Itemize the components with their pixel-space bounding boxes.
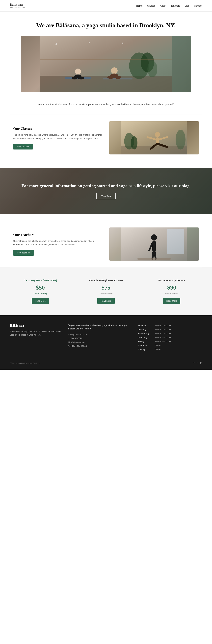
footer-hours-day: Saturday bbox=[138, 344, 155, 348]
footer-hours-row: Monday9:00 am – 5:00 pm bbox=[138, 324, 202, 328]
pricing-card-1: Discovery Pass (Best Value) $50 3 weeks … bbox=[10, 276, 71, 307]
view-classes-button[interactable]: View Classes bbox=[13, 144, 33, 150]
intro-section: In our beautiful studio, learn from our … bbox=[0, 100, 212, 115]
nav-item-classes[interactable]: Classes bbox=[147, 4, 156, 7]
footer-contact-heading: Do you have questions about our yoga stu… bbox=[68, 324, 132, 330]
pricing-button-1[interactable]: Read More bbox=[32, 298, 49, 304]
footer-about: Founded in 2015 by Joan Smith, Bālāsana,… bbox=[10, 330, 61, 336]
nav-item-blog[interactable]: Blog bbox=[185, 4, 190, 7]
svg-point-24 bbox=[155, 132, 160, 137]
pricing-price-3: $90 bbox=[144, 284, 199, 291]
classes-section: Our Classes The studio runs daily classe… bbox=[0, 115, 212, 161]
footer-hours-time: 9:00 am – 5:00 pm bbox=[155, 332, 171, 335]
svg-point-32 bbox=[151, 234, 157, 240]
footer-logo: Bālāsana bbox=[10, 324, 61, 328]
pricing-button-2[interactable]: Read More bbox=[98, 298, 114, 304]
footer-hours-day: Sunday bbox=[138, 348, 155, 352]
blog-section: For more general information on getting … bbox=[0, 168, 212, 214]
social-icons: f t ◎ bbox=[194, 362, 202, 365]
divider-2 bbox=[10, 161, 202, 161]
svg-point-4 bbox=[148, 61, 157, 77]
classes-content: Our Classes The studio runs daily classe… bbox=[13, 126, 103, 150]
pricing-section: Discovery Pass (Best Value) $50 3 weeks … bbox=[0, 267, 212, 316]
view-teachers-button[interactable]: View Teachers bbox=[13, 250, 34, 256]
footer-hours-day: Thursday bbox=[138, 336, 155, 340]
nav-link-blog[interactable]: Blog bbox=[185, 4, 190, 7]
footer-hours-day: Wednesday bbox=[138, 332, 155, 336]
logo-tagline: Yoga, Pilates, Barre bbox=[10, 6, 24, 8]
footer-email[interactable]: email@domain.com bbox=[68, 332, 132, 336]
svg-point-7 bbox=[75, 68, 81, 74]
svg-line-35 bbox=[152, 252, 153, 259]
footer-hours-row: SundayClosed bbox=[138, 348, 202, 352]
svg-line-36 bbox=[155, 252, 156, 259]
twitter-icon[interactable]: t bbox=[197, 362, 198, 365]
footer-hours: Monday9:00 am – 5:00 pmTuesday9:00 am – … bbox=[138, 324, 202, 352]
footer-hours-day: Friday bbox=[138, 340, 155, 344]
teachers-content: Our Teachers Our instructors are all dif… bbox=[13, 232, 103, 256]
teachers-image bbox=[109, 228, 199, 260]
svg-rect-33 bbox=[152, 240, 156, 252]
nav-item-home[interactable]: Home bbox=[136, 4, 142, 7]
nav-link-contact[interactable]: Contact bbox=[194, 4, 202, 7]
svg-rect-25 bbox=[156, 137, 159, 144]
footer-hours-day: Monday bbox=[138, 324, 155, 328]
svg-point-22 bbox=[131, 136, 138, 150]
pricing-price-1: $50 bbox=[13, 284, 68, 291]
hero-section: We are Bālāsana, a yoga studio based in … bbox=[0, 12, 212, 36]
footer-hours-time: 9:00 am – 5:00 pm bbox=[155, 340, 171, 343]
nav-item-teachers[interactable]: Teachers bbox=[171, 4, 180, 7]
teachers-image-svg bbox=[109, 228, 199, 260]
footer-hours-day: Tuesday bbox=[138, 328, 155, 332]
footer-phone: (123) 456-7890 bbox=[68, 336, 132, 340]
nav-links: Home Classes About Teachers Blog Contact bbox=[136, 4, 202, 7]
pricing-title-1: Discovery Pass (Best Value) bbox=[13, 279, 68, 282]
nav-item-about[interactable]: About bbox=[160, 4, 166, 7]
logo-title[interactable]: Bālāsana bbox=[10, 3, 24, 6]
pricing-button-3[interactable]: Read More bbox=[163, 298, 180, 304]
nav-link-classes[interactable]: Classes bbox=[147, 4, 156, 7]
hero-title: We are Bālāsana, a yoga studio based in … bbox=[20, 22, 192, 29]
intro-text: In our beautiful studio, learn from our … bbox=[30, 102, 182, 106]
svg-point-18 bbox=[122, 42, 124, 44]
pricing-sub-3: 4-week course bbox=[144, 292, 199, 295]
pricing-price-2: $75 bbox=[79, 284, 133, 291]
instagram-icon[interactable]: ◎ bbox=[200, 362, 202, 365]
nav-item-contact[interactable]: Contact bbox=[194, 4, 202, 7]
hero-image-svg bbox=[21, 36, 191, 92]
svg-point-11 bbox=[111, 68, 118, 74]
footer-hours-time: 9:00 am – 5:00 pm bbox=[155, 324, 171, 327]
blog-heading: For more general information on getting … bbox=[22, 183, 190, 189]
svg-rect-37 bbox=[138, 258, 170, 260]
teachers-body: Our instructors are all different, with … bbox=[13, 239, 103, 246]
svg-point-13 bbox=[107, 76, 114, 79]
classes-image-svg bbox=[109, 121, 199, 154]
hero-image bbox=[21, 36, 191, 92]
nav-link-home[interactable]: Home bbox=[136, 4, 142, 7]
footer-hours-time: Closed bbox=[155, 348, 161, 351]
view-blog-button[interactable]: View Blog bbox=[96, 193, 116, 199]
pricing-sub-1: 3 weeks validity bbox=[13, 292, 68, 295]
footer-col-hours: Monday9:00 am – 5:00 pmTuesday9:00 am – … bbox=[138, 324, 202, 352]
svg-rect-15 bbox=[40, 59, 172, 60]
facebook-icon[interactable]: f bbox=[194, 362, 194, 365]
footer-hours-row: Friday9:00 am – 5:00 pm bbox=[138, 340, 202, 344]
pricing-sub-2: 4-week course bbox=[79, 292, 133, 295]
classes-heading: Our Classes bbox=[13, 126, 103, 131]
footer-hours-row: SaturdayClosed bbox=[138, 344, 202, 348]
footer-hours-time: 9:00 am – 5:00 pm bbox=[155, 328, 171, 331]
footer-contact-details: email@domain.com (123) 456-7890 99 Wythe… bbox=[68, 332, 132, 348]
footer-hours-time: 9:00 am – 5:00 pm bbox=[155, 336, 171, 339]
svg-point-23 bbox=[176, 130, 186, 150]
footer-hours-row: Tuesday9:00 am – 5:00 pm bbox=[138, 328, 202, 332]
navigation: Bālāsana Yoga, Pilates, Barre Home Class… bbox=[0, 0, 212, 12]
nav-link-teachers[interactable]: Teachers bbox=[171, 4, 180, 7]
footer-hours-row: Thursday9:00 am – 5:00 pm bbox=[138, 336, 202, 340]
footer-col-brand: Bālāsana Founded in 2015 by Joan Smith, … bbox=[10, 324, 61, 352]
pricing-card-2: Complete Beginners Course $75 4-week cou… bbox=[76, 276, 136, 307]
nav-link-about[interactable]: About bbox=[160, 4, 166, 7]
svg-point-10 bbox=[78, 77, 84, 80]
classes-body: The studio runs daily classes, where all… bbox=[13, 133, 103, 140]
footer-hours-row: Wednesday9:00 am – 5:00 pm bbox=[138, 332, 202, 336]
logo-block: Bālāsana Yoga, Pilates, Barre bbox=[10, 3, 24, 8]
